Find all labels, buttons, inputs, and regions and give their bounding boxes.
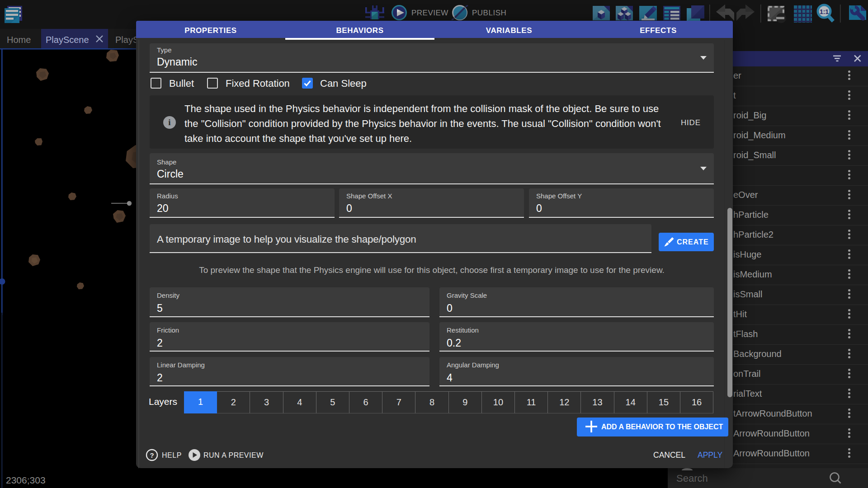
svg-text:?: ? [150, 451, 154, 459]
svg-text:1:1: 1:1 [820, 8, 829, 15]
svg-text:PUBLISH: PUBLISH [472, 9, 506, 17]
svg-text:PREVIEW: PREVIEW [411, 9, 448, 17]
